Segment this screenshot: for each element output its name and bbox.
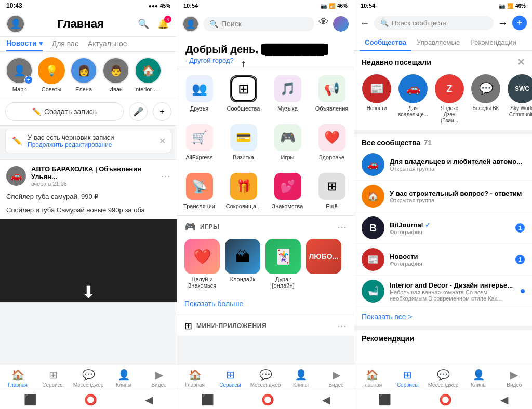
nav-video-2[interactable]: ▶ Видео [318, 369, 354, 388]
nav-clips-3[interactable]: 👤 Клипы [461, 369, 496, 388]
comm-info-build: У вас строительный вопрос? - ответим Отк… [390, 189, 525, 203]
health-icon: ❤️ [318, 124, 345, 151]
back-button-3[interactable]: ← [360, 17, 370, 29]
recent-news[interactable]: 📰 Новости [362, 74, 392, 124]
nav-messenger-3[interactable]: 💬 Мессенджер [425, 369, 461, 388]
app-friends[interactable]: 👥 Друзья [177, 69, 221, 118]
header-icons-1: 🔍 🔔 4 [136, 17, 170, 31]
app-aliexpress[interactable]: 🛒 AliExpress [177, 118, 221, 167]
post-more-button[interactable]: ⋯ [161, 170, 170, 182]
tab-communities[interactable]: Сообщества [360, 34, 411, 51]
search-button-1[interactable]: 🔍 [136, 17, 151, 31]
story-mark[interactable]: 👤 + Марк [5, 57, 33, 92]
comm-avatar-build: 🏠 [362, 185, 384, 208]
game-kiss-label: Целуй иЗнакомься [188, 276, 217, 289]
add-button[interactable]: + [153, 102, 171, 121]
app-dating[interactable]: 💕 Знакомства [265, 167, 310, 215]
nav-messenger-1[interactable]: 💬 Мессенджер [71, 369, 106, 388]
tab-actual[interactable]: Актуальное [88, 39, 127, 51]
comm-bitjournal[interactable]: B BitJournal ✓ Фотография 1 [354, 212, 532, 244]
tab-managed[interactable]: Управляемые [411, 34, 465, 50]
menu-sys-btn[interactable]: ⬛ [24, 393, 37, 406]
game-kiss-icon: ❤️ [184, 239, 220, 274]
show-more-games-button[interactable]: Показать больше [184, 299, 243, 308]
recent-besedy[interactable]: 💬 Беседы ВК [471, 74, 501, 124]
back-sys-btn-2[interactable]: ◀ [322, 393, 330, 406]
app-treasure[interactable]: 🎁 Сокровища... [221, 167, 265, 215]
nav-messenger-2[interactable]: 💬 Мессенджер [248, 369, 283, 388]
comm-info-auto: Для владельцев и любителей автомо... Отк… [390, 158, 525, 172]
search-input-2[interactable]: 🔍 Поиск [203, 17, 314, 31]
home-sys-btn[interactable]: ⭕ [84, 393, 97, 406]
create-post-button[interactable]: ✏️ Создать запись [5, 102, 124, 121]
comm-interior[interactable]: 🛁 Interior and Decor - Дизайн интерье...… [354, 276, 532, 307]
app-broadcast[interactable]: 📡 Трансляции [177, 167, 221, 215]
app-card[interactable]: 💳 Визитка [221, 118, 265, 167]
comm-type-build: Открытая группа [390, 197, 525, 203]
nav-services-3[interactable]: ⊞ Сервисы [390, 369, 425, 388]
nav-clips-1[interactable]: 👤 Клипы [106, 369, 141, 388]
game-klondike[interactable]: 🏔 Клондайк [225, 239, 260, 289]
post-text-2: Спойлер и губа Самурай новые 990р за оба [0, 206, 177, 219]
game-kiss[interactable]: ❤️ Целуй иЗнакомься [184, 239, 220, 289]
search-arrow-annotation: → [498, 17, 508, 29]
comm-auto[interactable]: 🚗 Для владельцев и любителей автомо... О… [354, 149, 532, 181]
app-music[interactable]: 🎵 Музыка [265, 69, 310, 118]
profile-gradient-icon[interactable] [333, 16, 349, 32]
back-sys-btn-3[interactable]: ◀ [500, 393, 508, 406]
tab-recommendations[interactable]: Рекомендации [465, 34, 522, 50]
home-sys-btn-3[interactable]: ⭕ [439, 393, 452, 406]
app-games[interactable]: 🎮 Игры [265, 118, 310, 167]
nav-video-3[interactable]: ▶ Видео [497, 369, 532, 388]
profile-avatar[interactable]: 👤 [6, 15, 25, 33]
app-grid: 👥 Друзья ⊞ Сообщества ↑ 🎵 Музыка 📢 Объяв… [177, 69, 354, 216]
profile-avatar-2[interactable]: 👤 [182, 16, 199, 32]
tab-news[interactable]: Новости ▾ [6, 39, 43, 51]
stories-row: 👤 + Марк 💡 Советы 👩 Елена 👨 Иван 🏠 Inter… [0, 52, 177, 98]
nav-home-2[interactable]: 🏠 Главная [177, 369, 212, 388]
app-more[interactable]: ⊞ Ещё [310, 167, 354, 215]
nav-clips-2[interactable]: 👤 Клипы [283, 369, 318, 388]
draft-subtitle[interactable]: Продолжить редактирование [28, 141, 114, 148]
draft-close-button[interactable]: ✕ [159, 136, 166, 146]
battery-icon-3: 46% [515, 3, 526, 9]
story-interior[interactable]: 🏠 Interior an... [134, 57, 162, 92]
app-communities[interactable]: ⊞ Сообщества ↑ [221, 69, 265, 118]
games-more-button[interactable]: ⋯ [337, 221, 347, 233]
nav-services-2[interactable]: ⊞ Сервисы [212, 369, 248, 388]
menu-sys-btn-2[interactable]: ⬛ [201, 393, 214, 406]
greeting-name: ████████ [261, 44, 328, 55]
community-search-input[interactable]: 🔍 Поиск сообществ [374, 16, 494, 30]
nav-home-1[interactable]: 🏠 Главная [0, 369, 35, 388]
voice-button[interactable]: 🎤 [129, 102, 148, 121]
greeting-city-link[interactable]: · Другой город? [185, 57, 234, 64]
notifications-button[interactable]: 🔔 4 [156, 17, 170, 31]
app-health[interactable]: ❤️ Здоровье [310, 118, 354, 167]
nav-home-3[interactable]: 🏠 Главная [354, 369, 390, 388]
tab-for-you[interactable]: Для вас [52, 39, 78, 51]
nav-services-1[interactable]: ⊞ Сервисы [35, 369, 71, 388]
home-sys-btn-2[interactable]: ⭕ [261, 393, 274, 406]
recent-close-button[interactable]: ✕ [517, 57, 525, 68]
nav-video-1[interactable]: ▶ Видео [141, 369, 177, 388]
recent-auto[interactable]: 🚗 Длявладельце... [398, 74, 428, 124]
comm-build[interactable]: 🏠 У вас строительный вопрос? - ответим О… [354, 181, 532, 212]
back-sys-btn[interactable]: ◀ [145, 393, 153, 406]
game-durak[interactable]: 🃏 Дурак[онлайн] [265, 239, 301, 289]
comm-info-bitjournal: BitJournal ✓ Фотография [390, 221, 510, 235]
app-ads[interactable]: 📢 Объявления [310, 69, 354, 118]
add-community-button[interactable]: + [512, 16, 527, 30]
recent-sky[interactable]: SWC Sky WorldCommunity [507, 74, 532, 124]
show-all-button[interactable]: Показать все > [354, 307, 532, 330]
comm-novosti[interactable]: 📰 Новости Фотография 1 [354, 244, 532, 276]
story-sovety[interactable]: 💡 Советы [37, 57, 65, 92]
mini-apps-more-button[interactable]: ⋯ [337, 320, 347, 332]
story-elena[interactable]: 👩 Елена [70, 57, 98, 92]
menu-sys-btn-3[interactable]: ⬛ [378, 393, 391, 406]
game-love[interactable]: ЛЮБО... [306, 239, 341, 289]
recent-avatar-sky: SWC [508, 74, 532, 103]
vk-icon: 👁 [318, 16, 329, 32]
recent-zen[interactable]: Z ЯндексДзен (Взаи... [434, 74, 464, 124]
games-section-header: 🎮 ИГРЫ ⋯ [177, 216, 354, 236]
story-ivan[interactable]: 👨 Иван [102, 57, 130, 92]
